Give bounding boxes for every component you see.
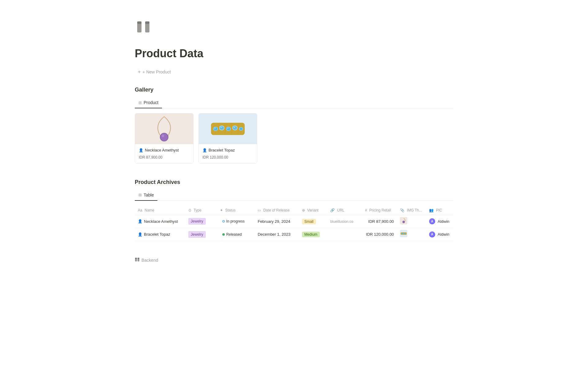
th-name: Aa Name [135, 206, 185, 215]
th-pricing: # Pricing Retail [362, 206, 397, 215]
tab-table-label: Table [144, 192, 154, 198]
img-icon: 📎 [400, 208, 405, 212]
svg-rect-22 [218, 124, 219, 134]
card-price-necklace: IDR 87,900.00 [139, 155, 190, 160]
svg-rect-3 [145, 21, 149, 24]
th-type: ⊙ Type [185, 206, 217, 215]
gallery-section: Gallery ⊞ Product [135, 86, 453, 163]
type-icon: ⊙ [188, 208, 191, 212]
svg-point-6 [162, 135, 164, 137]
backend-label: Backend [141, 257, 158, 264]
th-status: ✦ Status [217, 206, 255, 215]
new-product-label: + New Product [142, 69, 171, 74]
person-icon-bracelet: 👤 [202, 148, 207, 153]
page-icon [135, 18, 453, 42]
svg-rect-34 [135, 258, 137, 259]
cell-url-bracelet [327, 228, 362, 241]
svg-rect-24 [231, 124, 232, 134]
svg-rect-35 [138, 258, 139, 259]
cell-variant-necklace: Small [299, 215, 327, 228]
variant-icon: ⊕ [302, 208, 305, 212]
pricing-icon: # [365, 208, 367, 212]
cell-date-bracelet: December 1, 2023 [254, 228, 299, 241]
pic-icon: 👥 [429, 208, 434, 212]
th-pic: 👥 PIC [426, 206, 453, 215]
avatar-aldwin-1: A [429, 218, 435, 224]
table-grid-icon: ⊞ [138, 192, 142, 198]
card-price-bracelet: IDR 120,000.00 [202, 155, 253, 160]
date-icon: ▭ [258, 208, 261, 212]
svg-point-13 [221, 127, 222, 128]
svg-rect-23 [225, 124, 226, 134]
cell-pic-bracelet: A Aldwin [426, 228, 453, 241]
avatar-aldwin-2: A [429, 231, 435, 238]
cell-name-necklace: 👤 Necklace Amethyst [135, 215, 185, 228]
gallery-grid: 👤 Necklace Amethyst IDR 87,900.00 [135, 113, 453, 163]
th-variant: ⊕ Variant [299, 206, 327, 215]
tab-product[interactable]: ⊞ Product [135, 98, 162, 108]
svg-point-9 [214, 127, 217, 130]
url-icon: 🔗 [330, 208, 335, 212]
cell-pic-necklace: A Aldwin [426, 215, 453, 228]
archives-table: Aa Name ⊙ Type ✦ Status ▭ Date of Releas… [135, 206, 453, 241]
page-title: Product Data [135, 45, 453, 62]
svg-rect-1 [137, 21, 141, 24]
card-name-necklace: 👤 Necklace Amethyst [139, 147, 190, 153]
svg-point-15 [227, 127, 230, 130]
card-body-bracelet: 👤 Bracelet Topaz IDR 120,000.00 [199, 144, 257, 163]
row-person-icon-1: 👤 [138, 219, 142, 224]
svg-point-19 [234, 127, 235, 128]
tab-product-label: Product [144, 99, 158, 106]
cell-date-necklace: February 29, 2024 [254, 215, 299, 228]
card-image-bracelet [199, 114, 257, 144]
archives-section: Product Archives ⊞ Table Aa Name ⊙ Type [135, 178, 453, 241]
card-body-necklace: 👤 Necklace Amethyst IDR 87,900.00 [135, 144, 193, 163]
card-name-bracelet: 👤 Bracelet Topaz [202, 147, 253, 153]
archives-tab-bar: ⊞ Table [135, 190, 453, 201]
cell-img-necklace [397, 215, 426, 228]
aa-icon: Aa [138, 208, 142, 212]
badge-jewelry-2: Jewelry [188, 231, 206, 238]
cell-name-bracelet: 👤 Bracelet Topaz [135, 228, 185, 241]
badge-released: Released [220, 231, 252, 238]
plus-icon: + [138, 69, 141, 75]
cell-type-bracelet: Jewelry [185, 228, 217, 241]
cell-url-necklace: blueillusion.co [327, 215, 362, 228]
svg-point-16 [227, 128, 228, 129]
svg-rect-25 [238, 124, 239, 134]
cell-pricing-necklace: IDR 87,900.00 [362, 215, 397, 228]
badge-jewelry-1: Jewelry [188, 218, 206, 225]
cell-variant-bracelet: Medium [299, 228, 327, 241]
th-url: 🔗 URL [327, 206, 362, 215]
backend-icon [135, 257, 140, 264]
dot-released [222, 233, 225, 236]
cell-status-necklace: In progress [217, 215, 255, 228]
gallery-card-bracelet[interactable]: 👤 Bracelet Topaz IDR 120,000.00 [198, 113, 257, 163]
thumbnail-necklace [400, 217, 407, 224]
status-icon: ✦ [220, 208, 223, 212]
th-img: 📎 IMG Th... [397, 206, 426, 215]
backend-section[interactable]: Backend [135, 256, 453, 265]
badge-small: Small [302, 219, 316, 224]
svg-point-5 [160, 133, 168, 141]
svg-point-30 [401, 233, 403, 234]
tab-table[interactable]: ⊞ Table [135, 190, 157, 201]
row-person-icon-2: 👤 [138, 232, 142, 237]
new-product-button[interactable]: + + New Product [135, 68, 174, 76]
person-icon-necklace: 👤 [139, 148, 143, 153]
svg-point-18 [233, 126, 237, 130]
gallery-card-necklace[interactable]: 👤 Necklace Amethyst IDR 87,900.00 [135, 113, 194, 163]
table-row[interactable]: 👤 Necklace Amethyst Jewelry In progress [135, 215, 453, 228]
th-date: ▭ Date of Release [254, 206, 299, 215]
svg-point-10 [214, 128, 216, 129]
svg-point-21 [239, 128, 243, 130]
badge-medium: Medium [302, 232, 320, 237]
gallery-tab-bar: ⊞ Product [135, 98, 453, 108]
cell-status-bracelet: Released [217, 228, 255, 241]
dot-in-progress [222, 220, 225, 223]
badge-in-progress: In progress [220, 218, 252, 225]
cell-type-necklace: Jewelry [185, 215, 217, 228]
grid-icon: ⊞ [138, 100, 142, 106]
table-row[interactable]: 👤 Bracelet Topaz Jewelry Released Decemb [135, 228, 453, 241]
svg-point-27 [402, 221, 405, 223]
